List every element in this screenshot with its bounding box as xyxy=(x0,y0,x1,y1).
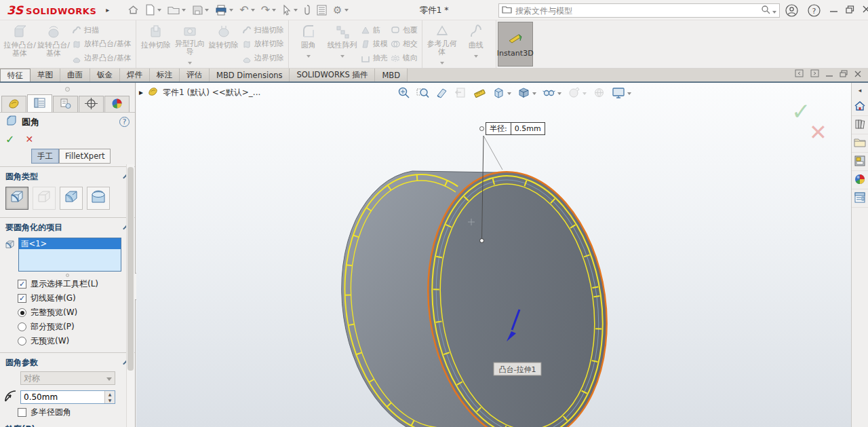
apply-scene-button[interactable] xyxy=(591,85,607,103)
intersect-button[interactable]: 相交 xyxy=(391,37,418,51)
pm-help-button[interactable]: ? xyxy=(119,117,130,127)
search-icon[interactable] xyxy=(761,5,770,16)
spin-up-icon[interactable]: ▲ xyxy=(105,391,115,397)
print-button[interactable] xyxy=(213,2,235,18)
tab-sheet-metal[interactable]: 钣金 xyxy=(90,69,120,81)
search-input[interactable] xyxy=(515,6,761,16)
selected-face-item[interactable]: 面<1> xyxy=(19,238,121,249)
collapse-pane-left-button[interactable] xyxy=(795,69,804,79)
tab-surfaces[interactable]: 曲面 xyxy=(60,69,90,81)
flyout-expand-icon[interactable]: ▸ xyxy=(139,88,143,97)
view-orientation-button[interactable] xyxy=(491,85,513,103)
fillet-dropdown-icon[interactable] xyxy=(307,50,311,60)
graphics-viewport[interactable]: 凸台-拉伸1 ▸ 零件1 (默认) <<默认>_... xyxy=(136,83,851,427)
solidworks-resources-button[interactable] xyxy=(852,98,868,116)
edit-appearance-button[interactable] xyxy=(566,85,588,103)
rib-button[interactable]: 筋 xyxy=(361,23,388,37)
full-preview-radio[interactable] xyxy=(18,308,26,317)
measure-button[interactable] xyxy=(472,85,488,103)
previous-view-button[interactable] xyxy=(453,85,469,103)
swept-boss-button[interactable]: 扫描 xyxy=(72,23,132,37)
radius-spinner[interactable]: ▲ ▼ xyxy=(104,391,115,403)
tab-feature-manager-tree[interactable] xyxy=(1,96,26,112)
shell-button[interactable]: 抽壳 xyxy=(361,52,388,65)
redo-button[interactable]: ↷ xyxy=(259,2,278,18)
partial-preview-radio[interactable] xyxy=(18,322,26,331)
extruded-boss-button[interactable]: 拉伸凸台/基体 xyxy=(3,22,37,67)
reference-geometry-button[interactable]: 参考几何体 xyxy=(425,22,459,67)
close-button[interactable] xyxy=(857,0,868,20)
tab-mbd[interactable]: MBD xyxy=(375,69,408,81)
select-button[interactable] xyxy=(280,2,300,18)
tab-evaluate[interactable]: 评估 xyxy=(180,69,210,81)
filletxpert-mode-button[interactable]: FilletXpert xyxy=(59,149,111,164)
boundary-boss-button[interactable]: 边界凸台/基体 xyxy=(72,52,132,65)
variable-size-fillet-button[interactable] xyxy=(33,187,56,210)
callout-grip-icon[interactable] xyxy=(479,126,484,131)
minimize-button[interactable] xyxy=(825,0,842,20)
search-box[interactable] xyxy=(498,3,780,18)
selection-listbox[interactable]: 面<1> xyxy=(18,238,121,272)
tab-dimxpert-manager[interactable] xyxy=(79,96,104,112)
tab-markup[interactable]: 标注 xyxy=(150,69,180,81)
feature-tree-flyout[interactable]: ▸ 零件1 (默认) <<默认>_... xyxy=(139,86,260,98)
new-document-button[interactable] xyxy=(143,2,163,18)
display-style-button[interactable] xyxy=(516,85,538,103)
search-dropdown-icon[interactable] xyxy=(770,6,776,16)
no-preview-radio[interactable] xyxy=(18,337,26,346)
confirm-ok-button[interactable]: ✓ xyxy=(791,98,811,125)
revolved-boss-button[interactable]: 旋转凸台/基体 xyxy=(37,22,71,67)
tab-features[interactable]: 特征 xyxy=(0,69,31,81)
radius-callout-value[interactable]: 0.5mm xyxy=(511,123,545,134)
wrap-button[interactable]: 包覆 xyxy=(391,23,418,37)
constant-size-fillet-button[interactable] xyxy=(5,187,28,210)
radius-callout[interactable]: 半径: 0.5mm xyxy=(486,122,545,135)
instant3d-button[interactable]: Instant3D xyxy=(498,22,533,67)
symmetric-dropdown[interactable]: 对称 xyxy=(20,371,115,385)
swept-cut-button[interactable]: 扫描切除 xyxy=(242,23,284,37)
lofted-boss-button[interactable]: 放样凸台/基体 xyxy=(72,37,132,51)
menu-expand-icon[interactable]: ▸ xyxy=(106,6,109,14)
mirror-button[interactable]: 镜向 xyxy=(391,52,418,65)
open-button[interactable] xyxy=(165,2,188,18)
linear-pattern-dropdown-icon[interactable] xyxy=(340,50,344,60)
part-tree-label[interactable]: 零件1 (默认) <<默认>_... xyxy=(163,87,260,98)
face-fillet-button[interactable] xyxy=(60,187,83,210)
hole-wizard-button[interactable]: 异型孔向导 xyxy=(173,22,207,67)
draft-button[interactable]: 拔模 xyxy=(361,37,388,51)
tab-display-manager[interactable] xyxy=(104,96,130,112)
settings-button[interactable]: ⚙ xyxy=(331,2,350,18)
extruded-cut-button[interactable]: 拉伸切除 xyxy=(139,22,173,67)
boundary-cut-button[interactable]: 边界切除 xyxy=(242,52,284,65)
view-settings-button[interactable] xyxy=(610,86,633,103)
tab-mbd-dimensions[interactable]: MBD Dimensions xyxy=(210,69,290,81)
show-selection-toolbar-checkbox[interactable]: ✓ xyxy=(18,280,26,289)
tab-sketch[interactable]: 草图 xyxy=(31,69,60,81)
cancel-button[interactable]: ✕ xyxy=(25,134,33,145)
doc-close-button[interactable] xyxy=(854,70,861,79)
save-button[interactable] xyxy=(190,2,211,18)
reference-geometry-dropdown-icon[interactable] xyxy=(440,57,444,67)
doc-minimize-button[interactable] xyxy=(826,70,833,79)
lofted-cut-button[interactable]: 放样切除 xyxy=(242,37,284,51)
fillet-button[interactable]: 圆角 xyxy=(292,22,326,67)
options-list-button[interactable] xyxy=(315,2,329,18)
zoom-area-button[interactable] xyxy=(415,85,431,103)
full-round-fillet-button[interactable] xyxy=(87,187,110,210)
account-button[interactable] xyxy=(781,0,802,20)
tab-weldments[interactable]: 焊件 xyxy=(120,69,150,81)
view-palette-button[interactable] xyxy=(852,153,868,171)
tab-solidworks-addins[interactable]: SOLIDWORKS 插件 xyxy=(290,69,375,81)
confirm-cancel-button[interactable]: ✕ xyxy=(809,119,827,145)
hide-show-items-button[interactable] xyxy=(541,85,563,103)
curves-dropdown-icon[interactable] xyxy=(474,50,478,60)
hole-wizard-dropdown-icon[interactable] xyxy=(188,57,192,67)
tab-configuration-manager[interactable] xyxy=(53,96,78,112)
ok-button[interactable]: ✓ xyxy=(5,133,14,146)
doc-restore-button[interactable] xyxy=(840,70,848,79)
multi-radius-checkbox[interactable] xyxy=(18,408,26,417)
tab-property-manager[interactable] xyxy=(27,94,52,112)
tangent-propagation-checkbox[interactable]: ✓ xyxy=(18,294,26,303)
home-button[interactable] xyxy=(125,2,141,18)
manual-mode-button[interactable]: 手工 xyxy=(31,149,59,164)
